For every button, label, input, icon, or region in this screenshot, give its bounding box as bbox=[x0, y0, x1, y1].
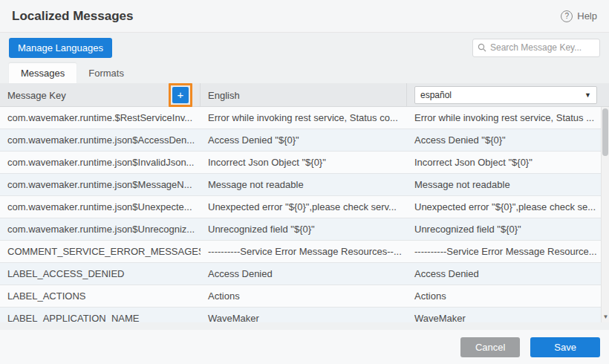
add-button-highlight: + bbox=[169, 83, 192, 107]
cell-translation[interactable]: Error while invoking rest service, Statu… bbox=[407, 107, 609, 129]
cell-translation[interactable]: ----------Service Error Message Resource… bbox=[407, 241, 609, 262]
cell-translation[interactable]: Actions bbox=[407, 285, 609, 307]
cell-translation[interactable]: Incorrect Json Object "${0}" bbox=[407, 152, 609, 173]
column-header-language: español ▼ bbox=[407, 83, 609, 107]
language-select-value: español bbox=[420, 90, 452, 100]
search-icon bbox=[478, 43, 486, 52]
cell-english[interactable]: Actions bbox=[201, 285, 407, 307]
table-row[interactable]: LABEL_APPLICATION_NAME WaveMaker WaveMak… bbox=[0, 308, 609, 322]
cell-message-key[interactable]: com.wavemaker.runtime.json$Unrecogniz... bbox=[0, 218, 201, 240]
table-row[interactable]: com.wavemaker.runtime.json$Unexpecte... … bbox=[0, 196, 609, 218]
cell-message-key[interactable]: LABEL_APPLICATION_NAME bbox=[0, 308, 201, 322]
table-row[interactable]: com.wavemaker.runtime.json$AccessDen... … bbox=[0, 129, 609, 152]
window-header: Localized Messages ? Help bbox=[0, 0, 609, 33]
footer-bar: Cancel Save bbox=[0, 330, 609, 364]
cell-translation[interactable]: Message not readable bbox=[407, 174, 609, 195]
table-row[interactable]: com.wavemaker.runtime.$RestServiceInv...… bbox=[0, 107, 609, 129]
cell-english[interactable]: Access Denied "${0}" bbox=[201, 129, 407, 151]
cell-english[interactable]: Error while invoking rest service, Statu… bbox=[201, 107, 407, 129]
cell-message-key[interactable]: LABEL_ACCESS_DENIED bbox=[0, 263, 201, 285]
cell-english[interactable]: Unrecognized field "${0}" bbox=[201, 218, 407, 240]
page-title: Localized Messages bbox=[12, 9, 133, 24]
scrollbar-down-arrow-icon[interactable]: ▼ bbox=[602, 312, 609, 321]
manage-languages-button[interactable]: Manage Languages bbox=[9, 38, 112, 58]
table-body: com.wavemaker.runtime.$RestServiceInv...… bbox=[0, 107, 609, 322]
cell-english[interactable]: Access Denied bbox=[201, 263, 407, 285]
cell-message-key[interactable]: COMMENT_SERVICE_ERROR_MESSAGES bbox=[0, 241, 201, 262]
table-row[interactable]: com.wavemaker.runtime.json$Unrecogniz...… bbox=[0, 218, 609, 241]
toolbar: Manage Languages bbox=[0, 33, 609, 62]
table-row[interactable]: LABEL_ACCESS_DENIED Access Denied Access… bbox=[0, 263, 609, 285]
column-header-english: English bbox=[201, 83, 407, 107]
english-header-label: English bbox=[208, 90, 240, 101]
cell-english[interactable]: ----------Service Error Message Resource… bbox=[201, 241, 407, 262]
chevron-down-icon: ▼ bbox=[584, 91, 591, 99]
tab-formats[interactable]: Formats bbox=[76, 63, 136, 83]
cell-message-key[interactable]: com.wavemaker.runtime.json$AccessDen... bbox=[0, 129, 201, 151]
table-row[interactable]: LABEL_ACTIONS Actions Actions bbox=[0, 285, 609, 308]
table-row[interactable]: com.wavemaker.runtime.json$InvalidJson..… bbox=[0, 152, 609, 174]
plus-icon: + bbox=[178, 88, 184, 103]
cell-message-key[interactable]: com.wavemaker.runtime.json$InvalidJson..… bbox=[0, 152, 201, 173]
table-header-row: Message Key + English español ▼ bbox=[0, 83, 609, 107]
cell-message-key[interactable]: LABEL_ACTIONS bbox=[0, 285, 201, 307]
cell-translation[interactable]: Unexpected error "${0}",please check se.… bbox=[407, 196, 609, 218]
cell-message-key[interactable]: com.wavemaker.runtime.json$Unexpecte... bbox=[0, 196, 201, 218]
vertical-scrollbar[interactable]: ▼ bbox=[601, 107, 609, 322]
cell-translation[interactable]: Access Denied bbox=[407, 263, 609, 285]
search-box[interactable] bbox=[472, 39, 600, 57]
message-key-header-label: Message Key bbox=[7, 90, 66, 101]
cell-english[interactable]: Incorrect Json Object "${0}" bbox=[201, 152, 407, 173]
table-row[interactable]: COMMENT_SERVICE_ERROR_MESSAGES ---------… bbox=[0, 241, 609, 263]
cell-translation[interactable]: Unrecognized field "${0}" bbox=[407, 218, 609, 240]
cell-message-key[interactable]: com.wavemaker.runtime.$RestServiceInv... bbox=[0, 107, 201, 129]
save-button[interactable]: Save bbox=[530, 337, 600, 357]
help-label: Help bbox=[577, 10, 597, 22]
cell-english[interactable]: Message not readable bbox=[201, 174, 407, 195]
scrollbar-thumb[interactable] bbox=[602, 108, 608, 156]
help-button[interactable]: ? Help bbox=[561, 10, 597, 22]
cell-english[interactable]: Unexpected error "${0}",please check ser… bbox=[201, 196, 407, 218]
language-select[interactable]: español ▼ bbox=[414, 86, 597, 104]
column-header-message-key: Message Key + bbox=[0, 83, 201, 107]
cancel-button[interactable]: Cancel bbox=[460, 337, 520, 357]
tab-bar: Messages Formats bbox=[0, 62, 609, 83]
tab-messages[interactable]: Messages bbox=[9, 63, 76, 83]
search-input[interactable] bbox=[490, 42, 595, 53]
cell-english[interactable]: WaveMaker bbox=[201, 308, 407, 322]
messages-table: Message Key + English español ▼ com.wave… bbox=[0, 83, 609, 322]
cell-translation[interactable]: WaveMaker bbox=[407, 308, 609, 322]
help-icon: ? bbox=[561, 10, 573, 22]
cell-translation[interactable]: Access Denied "${0}" bbox=[407, 129, 609, 151]
table-row[interactable]: com.wavemaker.runtime.json$MessageN... M… bbox=[0, 174, 609, 196]
cell-message-key[interactable]: com.wavemaker.runtime.json$MessageN... bbox=[0, 174, 201, 195]
add-message-button[interactable]: + bbox=[172, 87, 189, 103]
